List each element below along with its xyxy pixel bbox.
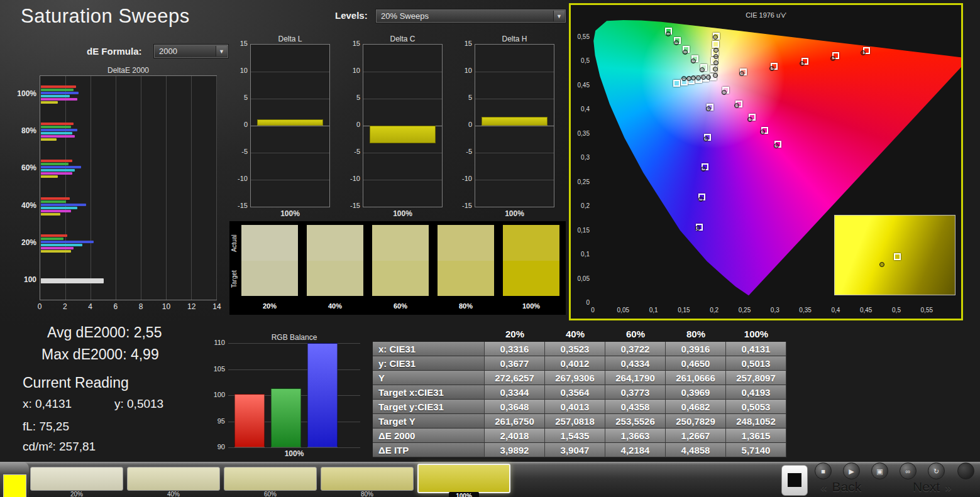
measure-circle bbox=[769, 66, 774, 71]
axis-label: -15 bbox=[231, 202, 248, 209]
axis-label: -10 bbox=[231, 175, 248, 182]
measure-circle bbox=[706, 75, 711, 80]
table-cell: 0,3316 bbox=[485, 342, 545, 356]
back-button[interactable]: « Back bbox=[820, 479, 861, 494]
deltae-bar bbox=[41, 98, 77, 101]
swatch-actual bbox=[241, 225, 298, 261]
loop-icon[interactable]: ∞ bbox=[900, 462, 917, 479]
axis-label: 0,15 bbox=[673, 307, 695, 314]
table-cell: 261,0666 bbox=[666, 371, 726, 385]
page-title: Saturation Sweeps bbox=[21, 5, 190, 28]
pattern-icon[interactable]: ▣ bbox=[871, 462, 888, 479]
table-cell: 4,2184 bbox=[605, 443, 666, 457]
play-icon[interactable]: ▶ bbox=[843, 462, 860, 479]
table-row: x: CIE310,33160,35230,37220,39160,4131 bbox=[373, 342, 786, 356]
next-button[interactable]: Next » bbox=[913, 479, 952, 494]
chevron-down-icon: ▼ bbox=[216, 46, 227, 57]
swatch-label: 60% bbox=[372, 302, 429, 310]
deltae-bar bbox=[41, 160, 72, 162]
deltae-bar bbox=[41, 172, 72, 175]
table-row-label: ΔE 2000 bbox=[373, 429, 485, 443]
patch-label: 40% bbox=[127, 491, 220, 497]
gridline bbox=[65, 76, 66, 300]
table-row-label: Target y:CIE31 bbox=[373, 400, 485, 414]
measure-circle bbox=[698, 197, 703, 202]
swatch bbox=[241, 225, 298, 296]
swatch bbox=[503, 225, 559, 296]
measure-circle bbox=[879, 262, 884, 267]
gridline bbox=[363, 99, 442, 99]
axis-label: 15 bbox=[456, 40, 472, 47]
deltae-bar-group bbox=[41, 160, 216, 178]
de-formula-dropdown[interactable]: 2000 ▼ bbox=[153, 44, 229, 58]
swatch-actual bbox=[307, 225, 363, 261]
swatch-target bbox=[503, 261, 559, 296]
target-square bbox=[894, 253, 901, 260]
chevron-down-icon: ▼ bbox=[553, 11, 564, 21]
table-row: Target y:CIE310,36480,40130,43580,46820,… bbox=[373, 400, 786, 414]
deltae-bar bbox=[41, 126, 71, 128]
swatch-actual bbox=[503, 225, 559, 261]
table-cell: 0,3916 bbox=[666, 342, 726, 356]
axis-label: -15 bbox=[456, 202, 472, 209]
table-cell: 267,9306 bbox=[545, 371, 605, 385]
gridline bbox=[191, 76, 192, 300]
levels-dropdown[interactable]: 20% Sweeps ▼ bbox=[375, 9, 566, 23]
axis-label: 0,15 bbox=[572, 227, 590, 234]
axis-label: -5 bbox=[456, 148, 472, 155]
table-cell: 250,7829 bbox=[666, 414, 726, 429]
sample-patch-100[interactable]: 100% bbox=[417, 464, 510, 497]
gridline bbox=[251, 153, 329, 153]
table-cell: 3,9892 bbox=[485, 443, 545, 457]
refresh-icon[interactable]: ↻ bbox=[928, 462, 945, 479]
axis-label: 0,4 bbox=[825, 307, 846, 314]
gridline bbox=[251, 126, 329, 126]
stop-icon[interactable]: ■ bbox=[815, 462, 832, 479]
table-cell: 272,6257 bbox=[485, 371, 545, 385]
gridline bbox=[363, 180, 442, 180]
target-square bbox=[712, 41, 719, 48]
table-cell: 0,3564 bbox=[545, 385, 605, 400]
axis-label: 20% bbox=[0, 238, 36, 247]
axis-label: 0,3 bbox=[572, 154, 590, 161]
table-row-label: Target x:CIE31 bbox=[373, 385, 485, 400]
axis-label: 0 bbox=[344, 121, 360, 128]
table-cell: 248,1052 bbox=[726, 414, 786, 429]
table-cell: 0,3344 bbox=[485, 385, 545, 400]
cie-diagram-panel: CIE 1976 u'v' 00,050,10,150,20,250,30,35… bbox=[569, 3, 963, 320]
swatch bbox=[438, 225, 494, 296]
table-row: y: CIE310,36770,40120,43340,46500,5013 bbox=[373, 356, 786, 371]
deltae-bar-group bbox=[41, 197, 216, 216]
axis-label: 0,25 bbox=[734, 307, 756, 314]
back-arrow-icon: « bbox=[820, 481, 827, 494]
patch-swatch bbox=[224, 467, 317, 491]
table-cell: 0,3677 bbox=[485, 356, 545, 371]
axis-label: 0 bbox=[231, 121, 248, 128]
measure-circle bbox=[706, 106, 711, 111]
table-row-label: Target Y bbox=[373, 414, 485, 429]
sample-patch-80[interactable]: 80% bbox=[321, 464, 414, 497]
table-cell: 0,4013 bbox=[545, 400, 605, 414]
measure-circle bbox=[713, 67, 718, 72]
axis-label: 0,05 bbox=[572, 275, 590, 282]
table-cell: 0,3523 bbox=[545, 342, 605, 356]
axis-label: 0,1 bbox=[643, 307, 664, 314]
cie-title: CIE 1976 u'v' bbox=[571, 11, 961, 19]
table-row: ΔE ITP3,98923,90474,21844,48585,7140 bbox=[373, 443, 786, 457]
gridline bbox=[116, 76, 116, 300]
rgb-balance-title: RGB Balance bbox=[228, 333, 360, 342]
measure-circle bbox=[713, 60, 718, 65]
sample-patch-60[interactable]: 60% bbox=[224, 464, 317, 497]
deltae-bar-group bbox=[41, 85, 216, 104]
gridline bbox=[363, 72, 442, 72]
axis-label: 10 bbox=[456, 67, 472, 74]
measure-circle bbox=[722, 90, 727, 95]
extra-circle-button[interactable] bbox=[957, 462, 974, 479]
sample-patch-40[interactable]: 40% bbox=[127, 464, 220, 497]
measure-circle bbox=[734, 103, 739, 108]
sample-patch-20[interactable]: 20% bbox=[30, 464, 123, 497]
pattern-window-button[interactable] bbox=[781, 465, 808, 496]
axis-label: 0,2 bbox=[572, 202, 590, 209]
measure-circle bbox=[691, 58, 696, 63]
deltae-bar bbox=[41, 250, 71, 253]
